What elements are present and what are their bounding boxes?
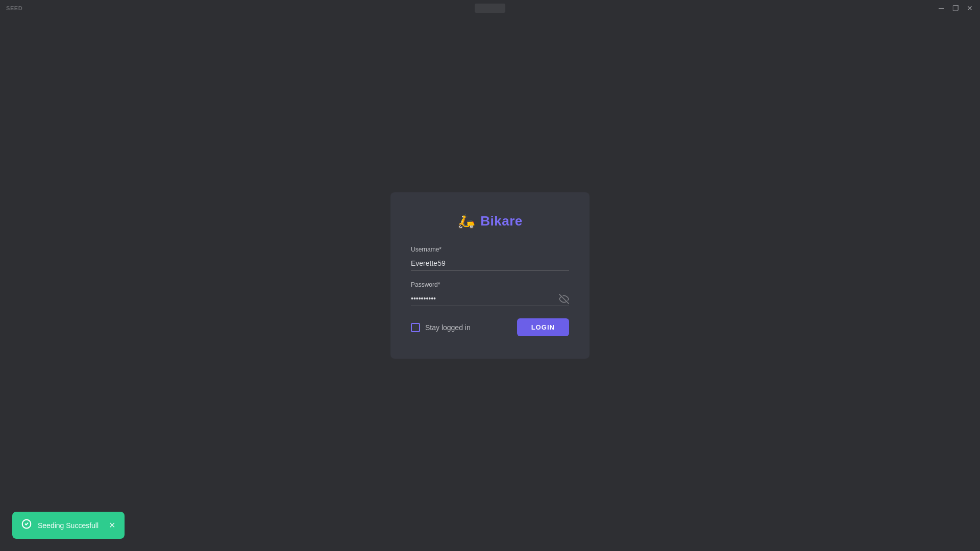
restore-button[interactable]: ❐ [951, 4, 960, 12]
username-group: Username* [411, 246, 569, 271]
toggle-password-icon[interactable] [559, 294, 569, 304]
close-button[interactable]: ✕ [966, 4, 974, 12]
toast-message: Seeding Succesfull [38, 521, 103, 530]
window-controls: ─ ❐ ✕ [937, 4, 974, 12]
toast-close-button[interactable]: ✕ [109, 520, 115, 530]
logo-icon: 🛵 [457, 213, 475, 230]
stay-logged-checkbox[interactable] [411, 323, 420, 332]
stay-logged-row: Stay logged in LOGIN [411, 318, 569, 336]
toast-notification: Seeding Succesfull ✕ [12, 512, 125, 539]
logo-area: 🛵 Bikare [411, 213, 569, 230]
toast-success-icon [21, 519, 32, 532]
stay-logged-checkbox-group[interactable]: Stay logged in [411, 323, 471, 332]
password-input[interactable] [411, 291, 569, 306]
drag-handle [475, 4, 505, 13]
minimize-button[interactable]: ─ [937, 4, 945, 12]
username-input[interactable] [411, 256, 569, 271]
username-label: Username* [411, 246, 569, 253]
app-name: Bikare [480, 213, 523, 229]
title-bar: SEED ─ ❐ ✕ [0, 0, 980, 16]
login-button[interactable]: LOGIN [517, 318, 569, 336]
app-seed-label: SEED [6, 5, 22, 11]
password-group: Password* [411, 281, 569, 306]
login-card: 🛵 Bikare Username* Password* Stay logged… [390, 192, 590, 359]
password-wrapper [411, 291, 569, 306]
title-bar-drag-area [475, 4, 505, 13]
password-label: Password* [411, 281, 569, 288]
stay-logged-label: Stay logged in [425, 323, 471, 332]
